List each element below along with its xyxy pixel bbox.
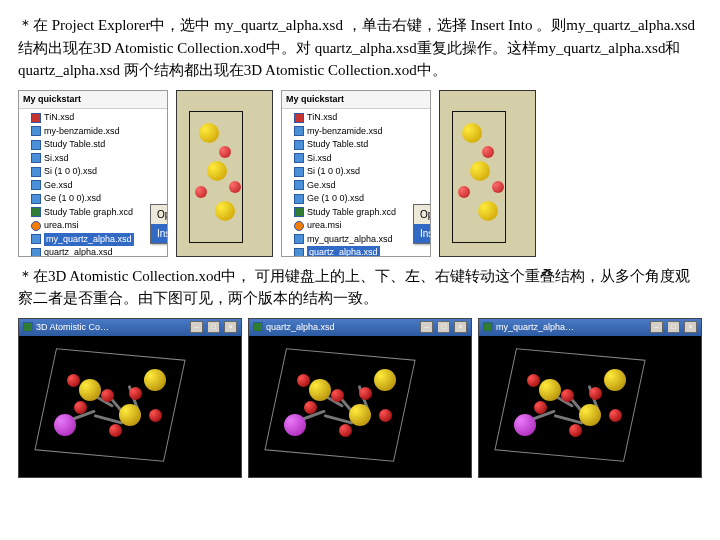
atom-o [195, 186, 207, 198]
atom [339, 424, 352, 437]
tree-item[interactable]: quartz_alpha.xsd [294, 246, 428, 257]
file-icon [31, 153, 41, 163]
window-button[interactable]: × [684, 321, 697, 333]
file-icon [31, 234, 41, 244]
tree-label: Si.xsd [44, 152, 69, 166]
atom [109, 424, 122, 437]
file-icon [294, 113, 304, 123]
tree-item[interactable]: my-benzamide.xsd [294, 125, 428, 139]
atom-si [462, 123, 482, 143]
tree-label: Ge.xsd [307, 179, 336, 193]
tree-label: urea.msi [307, 219, 342, 233]
atom [74, 401, 87, 414]
file-icon [294, 234, 304, 244]
atom [534, 401, 547, 414]
atom [561, 389, 574, 402]
tree-item[interactable]: quartz_alpha.xsd [31, 246, 165, 257]
atom [539, 379, 561, 401]
viewer-icon [23, 322, 33, 332]
tree-item[interactable]: Si (1 0 0).xsd [294, 165, 428, 179]
tree-item[interactable]: Si (1 0 0).xsd [31, 165, 165, 179]
3d-viewer[interactable]: 3D Atomistic Co…–□× [18, 318, 242, 478]
atom-o [458, 186, 470, 198]
tree-label: TiN.xsd [307, 111, 337, 125]
atom [349, 404, 371, 426]
window-button[interactable]: – [420, 321, 433, 333]
atom [149, 409, 162, 422]
atom [331, 389, 344, 402]
file-icon [294, 248, 304, 257]
atom-o [482, 146, 494, 158]
window-button[interactable]: – [650, 321, 663, 333]
window-button[interactable]: – [190, 321, 203, 333]
file-icon [31, 113, 41, 123]
file-icon [31, 194, 41, 204]
project-explorer-1: My quickstart TiN.xsdmy-benzamide.xsdStu… [18, 90, 168, 257]
window-button[interactable]: □ [207, 321, 220, 333]
tree-label: quartz_alpha.xsd [44, 246, 113, 257]
viewer-titlebar: quartz_alpha.xsd–□× [249, 319, 471, 337]
file-icon [294, 221, 304, 231]
menu-open[interactable]: Open [414, 205, 431, 224]
atom [527, 374, 540, 387]
tree-item[interactable]: my-benzamide.xsd [31, 125, 165, 139]
tree-item[interactable]: urea.msi [31, 219, 165, 233]
atom [374, 369, 396, 391]
file-icon [294, 207, 304, 217]
tree-item[interactable]: Study Table graph.xcd [294, 206, 428, 220]
context-menu[interactable]: Open Insert Into [150, 204, 168, 244]
tree-item[interactable]: Study Table graph.xcd [31, 206, 165, 220]
tree-item[interactable]: Si.xsd [31, 152, 165, 166]
tree-item[interactable]: TiN.xsd [31, 111, 165, 125]
viewer-title: my_quartz_alpha… [496, 321, 574, 335]
tree-item[interactable]: Ge (1 0 0).xsd [294, 192, 428, 206]
tree-item[interactable]: Ge.xsd [31, 179, 165, 193]
tree-item[interactable]: Study Table.std [294, 138, 428, 152]
window-button[interactable]: × [224, 321, 237, 333]
atom [604, 369, 626, 391]
atom-o [229, 181, 241, 193]
atom [119, 404, 141, 426]
tree-item[interactable]: Ge (1 0 0).xsd [31, 192, 165, 206]
tree-item[interactable]: Si.xsd [294, 152, 428, 166]
tree-item[interactable]: Ge.xsd [294, 179, 428, 193]
tree-item[interactable]: Study Table.std [31, 138, 165, 152]
3d-viewer[interactable]: quartz_alpha.xsd–□× [248, 318, 472, 478]
window-button[interactable]: □ [667, 321, 680, 333]
file-icon [294, 194, 304, 204]
menu-insert-into[interactable]: Insert Into [151, 224, 168, 243]
tree-title: My quickstart [19, 91, 167, 110]
tree-item[interactable]: my_quartz_alpha.xsd [294, 233, 428, 247]
tree-label: Study Table graph.xcd [307, 206, 396, 220]
paragraph-2: ＊在3D Atomistic Collection.xod中， 可用键盘上的上、… [18, 265, 702, 310]
tree-label: Study Table graph.xcd [44, 206, 133, 220]
tree-label: Ge (1 0 0).xsd [307, 192, 364, 206]
viewer-row: 3D Atomistic Co…–□×quartz_alpha.xsd–□×my… [18, 318, 702, 478]
tree-label: TiN.xsd [44, 111, 74, 125]
menu-insert-into[interactable]: Insert Into [414, 224, 431, 243]
atom [129, 387, 142, 400]
tree-label: Si (1 0 0).xsd [44, 165, 97, 179]
window-button[interactable]: × [454, 321, 467, 333]
file-icon [31, 167, 41, 177]
tree-label: Ge.xsd [44, 179, 73, 193]
tree-item[interactable]: TiN.xsd [294, 111, 428, 125]
project-explorer-2: My quickstart TiN.xsdmy-benzamide.xsdStu… [281, 90, 431, 257]
window-button[interactable]: □ [437, 321, 450, 333]
atom [297, 374, 310, 387]
3d-viewer[interactable]: my_quartz_alpha…–□× [478, 318, 702, 478]
viewer-icon [483, 322, 493, 332]
atom-si [207, 161, 227, 181]
tree-item[interactable]: urea.msi [294, 219, 428, 233]
viewer-title: quartz_alpha.xsd [266, 321, 335, 335]
context-menu[interactable]: Open Insert Into [413, 204, 431, 244]
menu-open[interactable]: Open [151, 205, 168, 224]
atom [309, 379, 331, 401]
tree-item[interactable]: my_quartz_alpha.xsd [31, 233, 165, 247]
paragraph-1: ＊在 Project Explorer中，选中 my_quartz_alpha.… [18, 14, 702, 82]
viewer-title: 3D Atomistic Co… [36, 321, 109, 335]
tree-label: my_quartz_alpha.xsd [44, 233, 134, 247]
atom [359, 387, 372, 400]
tree-label: Study Table.std [44, 138, 105, 152]
tree-label: my-benzamide.xsd [44, 125, 120, 139]
